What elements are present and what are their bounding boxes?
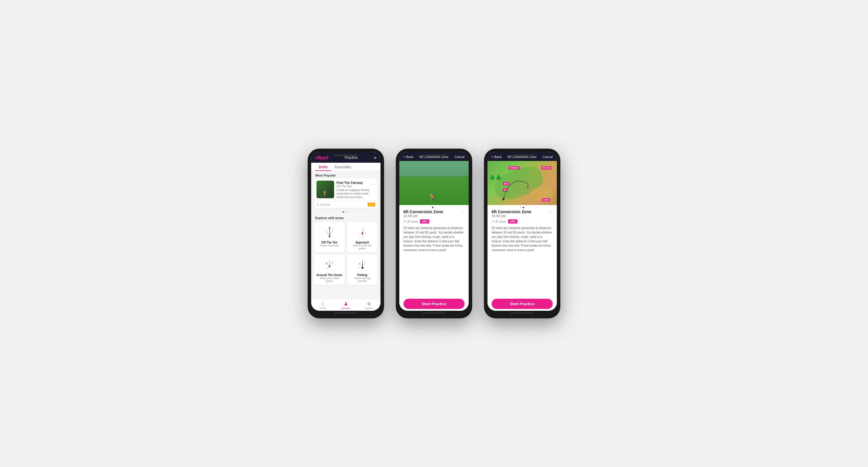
tab-favourites[interactable]: Favourites: [331, 163, 355, 171]
dot-3[interactable]: [348, 211, 349, 213]
svg-line-15: [326, 263, 330, 266]
home-bar: [422, 312, 446, 314]
favourite-button[interactable]: ♡: [460, 209, 465, 215]
category-badge: ARG: [508, 220, 518, 224]
start-practice-button[interactable]: Start Practice: [403, 299, 465, 309]
home-bar: [510, 312, 534, 314]
golfer-icon: 🏌️: [322, 190, 329, 197]
drill-footer: Start Practice: [488, 296, 557, 311]
start-practice-button[interactable]: Start Practice: [492, 299, 553, 309]
shots-count: 20 shots: [407, 220, 418, 223]
dot-2[interactable]: [523, 207, 524, 208]
drill-description: 20 shots are randomly generated at dista…: [403, 226, 465, 252]
skill-approach[interactable]: Approach Dial-in to hit the green: [347, 222, 378, 252]
drill-header: < Back 6ft Conversion Zone Cancel: [488, 152, 557, 161]
golfer-figure: 🏌️: [428, 192, 438, 202]
favourite-button[interactable]: ♡: [370, 180, 375, 187]
skill-around-green[interactable]: Around The Green Hone your short game: [314, 255, 345, 285]
drill-title: 6ft Conversion Zone: [492, 209, 531, 214]
svg-line-5: [330, 231, 332, 236]
carousel-dots: [311, 210, 380, 214]
skill-name-atg: Around The Green: [316, 273, 342, 277]
drill-meta: ⏱ 20 shots ARG: [492, 220, 553, 224]
shots-label: ⏱ 10 shots: [316, 203, 330, 206]
dot-1[interactable]: [520, 207, 522, 208]
svg-line-16: [330, 262, 333, 266]
back-button[interactable]: < Back: [492, 155, 502, 159]
bottom-navigation: ⌂ Home ♟ Activities ⊕ Capture: [311, 299, 380, 311]
ott-icon: [320, 225, 338, 240]
dot-1[interactable]: [343, 211, 344, 213]
app-logo: clippd: [315, 155, 328, 160]
svg-line-30: [362, 262, 365, 266]
drill-title: Find The Fairway: [336, 180, 363, 185]
skill-desc-ott: Power accuracy: [320, 244, 339, 247]
skill-desc-atg: Hone your short game: [316, 277, 342, 282]
category-badge: ARG: [420, 220, 429, 224]
approach-icon: [353, 225, 371, 240]
svg-point-32: [527, 187, 528, 188]
drill-range: 10-50 yds: [492, 214, 531, 218]
map-scene: 🌲🌲 ⛳ FAIRWAY ROUGH Miss Hit SAND: [488, 161, 557, 205]
drill-subtitle: Off The Tee: [336, 185, 363, 188]
cancel-button[interactable]: Cancel: [455, 155, 465, 159]
atg-icon: [320, 258, 338, 272]
cancel-button[interactable]: Cancel: [543, 155, 553, 159]
home-bar: [334, 312, 358, 314]
drill-content: 🏌️ 6ft Conversion Zone 10-50 yds ♡: [399, 161, 469, 296]
image-carousel-dots: [399, 205, 469, 209]
svg-point-18: [326, 263, 327, 264]
menu-icon[interactable]: ≡: [374, 155, 376, 160]
phone-1: clippd Practice ≡ Drills Favourites Most…: [308, 148, 384, 319]
skill-name-approach: Approach: [355, 241, 369, 244]
nav-home-label: Home: [320, 307, 326, 309]
svg-point-12: [362, 232, 363, 233]
svg-point-31: [502, 198, 504, 200]
drill-thumbnail: 🏌️: [316, 180, 334, 198]
skill-desc-putting: Make and lag practice: [349, 277, 375, 282]
phone-notch: [422, 155, 446, 156]
drill-hero-map: 🌲🌲 ⛳ FAIRWAY ROUGH Miss Hit SAND: [488, 161, 557, 205]
drill-hero-image: 🏌️: [399, 161, 469, 205]
drill-title: 6ft Conversion Zone: [403, 209, 443, 214]
most-popular-label: Most Popular: [311, 171, 380, 178]
svg-line-4: [327, 232, 330, 236]
drill-description: Create an imaginary fairway using trees …: [336, 189, 375, 199]
clock-icon: ⏱: [316, 203, 319, 206]
category-badge: OTT: [368, 203, 375, 206]
app-header: clippd Practice ≡: [311, 152, 380, 163]
dot-2[interactable]: [345, 211, 347, 213]
favourite-button[interactable]: ♡: [549, 209, 553, 215]
drill-range: 10-50 yds: [403, 214, 443, 218]
svg-point-28: [358, 267, 359, 268]
shots-count: 20 shots: [495, 220, 506, 223]
phone-2: < Back 6ft Conversion Zone Cancel 🏌️: [396, 148, 472, 319]
drill-meta: ⏱ 20 shots ARG: [403, 220, 465, 224]
featured-drill-card[interactable]: 🏌️ Find The Fairway Off The Tee ♡ Create…: [314, 178, 378, 208]
nav-home[interactable]: ⌂ Home: [311, 299, 334, 311]
skill-putting[interactable]: Putting Make and lag practice: [347, 255, 378, 285]
nav-activities[interactable]: ♟ Activities: [334, 299, 358, 311]
clock-icon: ⏱: [403, 220, 406, 223]
drill-text: Find The Fairway Off The Tee ♡ Create an…: [336, 180, 375, 199]
nav-capture[interactable]: ⊕ Capture: [357, 299, 380, 311]
skill-desc-approach: Dial-in to hit the green: [349, 244, 375, 250]
dot-2[interactable]: [435, 207, 436, 208]
skill-off-the-tee[interactable]: Off The Tee Power accuracy: [314, 222, 345, 252]
drill-description: 20 shots are randomly generated at dista…: [492, 226, 553, 252]
dot-1[interactable]: [432, 207, 433, 208]
phone-notch: [334, 155, 358, 156]
home-icon: ⌂: [321, 301, 324, 306]
tab-drills[interactable]: Drills: [315, 163, 331, 171]
back-button[interactable]: < Back: [403, 155, 413, 159]
header-title: Practice: [345, 156, 357, 160]
golf-scene: 🏌️: [399, 161, 469, 205]
capture-icon: ⊕: [367, 301, 371, 307]
drill-info-header: 6ft Conversion Zone 10-50 yds ♡: [492, 209, 553, 219]
nav-capture-label: Capture: [365, 307, 373, 309]
svg-point-0: [329, 236, 330, 237]
tab-bar: Drills Favourites: [311, 163, 380, 171]
shots-info: ⏱ 20 shots: [492, 220, 506, 223]
svg-point-9: [362, 233, 363, 234]
clock-icon: ⏱: [492, 220, 495, 223]
